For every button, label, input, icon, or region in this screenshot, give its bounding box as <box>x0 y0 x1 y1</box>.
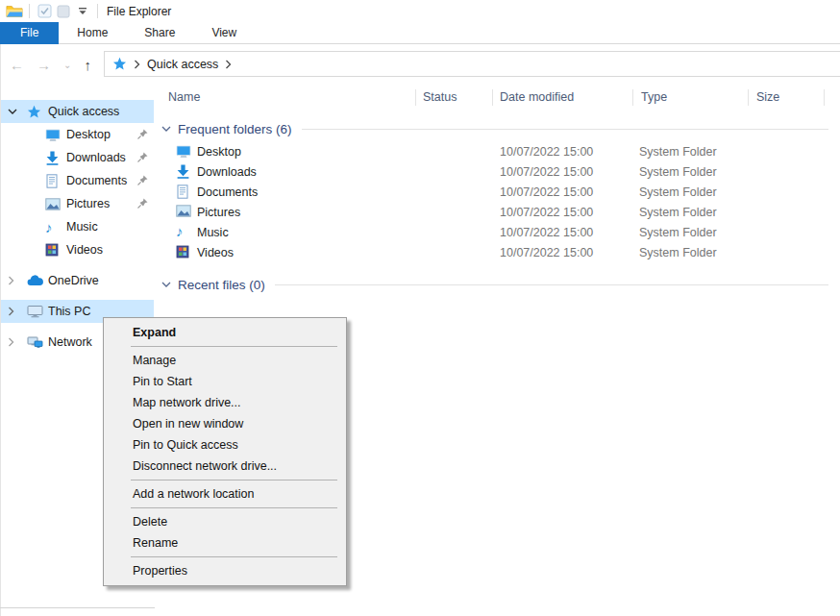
file-name: Videos <box>197 246 234 259</box>
file-name: Downloads <box>197 165 257 179</box>
downloads-arrow-icon <box>176 164 190 182</box>
music-note-icon: ♪ <box>45 219 53 235</box>
column-divider[interactable] <box>492 89 493 106</box>
sidebar-item-videos[interactable]: Videos <box>0 238 154 261</box>
file-date-modified: 10/07/2022 15:00 <box>500 145 593 159</box>
column-header-type[interactable]: Type <box>641 90 667 104</box>
status-bar-edge <box>0 607 155 608</box>
film-strip-icon <box>176 245 189 261</box>
sidebar-item-label: Network <box>48 335 92 349</box>
sidebar-item-downloads[interactable]: Downloads <box>0 146 154 169</box>
tab-file[interactable]: File <box>0 22 59 44</box>
chevron-right-icon[interactable] <box>8 337 19 347</box>
menu-item-disconnect-network-drive[interactable]: Disconnect network drive... <box>104 456 346 477</box>
menu-item-expand[interactable]: Expand <box>104 322 346 343</box>
new-folder-icon[interactable] <box>54 2 73 21</box>
chevron-down-icon[interactable] <box>8 108 19 115</box>
sidebar-item-quick-access[interactable]: Quick access <box>0 100 154 123</box>
file-type: System Folder <box>639 185 717 199</box>
address-bar[interactable]: Quick access <box>104 51 840 77</box>
column-header-name[interactable]: Name <box>168 90 200 104</box>
column-header-date-modified[interactable]: Date modified <box>500 90 574 104</box>
file-type: System Folder <box>639 145 717 159</box>
column-divider[interactable] <box>415 89 416 106</box>
file-date-modified: 10/07/2022 15:00 <box>500 226 593 239</box>
file-type: System Folder <box>639 165 717 179</box>
ribbon-tab-bar: File Home Share View <box>0 22 840 44</box>
sidebar-item-label: This PC <box>48 305 90 318</box>
sidebar-item-label: Videos <box>66 243 103 257</box>
document-icon <box>176 185 189 202</box>
file-date-modified: 10/07/2022 15:00 <box>500 165 593 179</box>
navigation-bar: ← → ⌄ ↑ Quick access <box>0 44 840 85</box>
tab-view[interactable]: View <box>193 22 255 44</box>
group-rule <box>275 284 828 285</box>
sidebar-item-music[interactable]: ♪ Music <box>0 215 154 238</box>
qat-dropdown-caret-icon[interactable] <box>73 2 92 21</box>
this-pc-context-menu: Expand Manage Pin to Start Map network d… <box>103 317 347 586</box>
window-left-border <box>0 44 1 616</box>
sidebar-item-pictures[interactable]: Pictures <box>0 192 154 215</box>
group-header-frequent-folders[interactable]: Frequent folders (6) <box>161 119 828 138</box>
onedrive-cloud-icon <box>27 275 43 286</box>
file-type: System Folder <box>639 206 717 219</box>
sidebar-item-label: Quick access <box>48 105 119 118</box>
menu-item-manage[interactable]: Manage <box>104 350 346 371</box>
file-type: System Folder <box>639 246 717 259</box>
quick-access-star-icon <box>27 105 41 119</box>
chevron-down-icon[interactable] <box>161 125 171 133</box>
breadcrumb-chevron-icon[interactable] <box>225 60 232 69</box>
chevron-right-icon[interactable] <box>8 307 19 316</box>
menu-item-rename[interactable]: Rename <box>104 532 346 554</box>
column-divider[interactable] <box>748 89 749 106</box>
recent-locations-caret-icon[interactable]: ⌄ <box>63 60 71 70</box>
tab-share[interactable]: Share <box>126 22 193 44</box>
chevron-down-icon[interactable] <box>161 281 171 288</box>
back-arrow-icon[interactable]: ← <box>10 57 24 73</box>
file-row-downloads[interactable]: Downloads 10/07/2022 15:00 System Folder <box>154 162 840 183</box>
sidebar-item-label: OneDrive <box>48 274 99 287</box>
picture-icon <box>45 198 61 210</box>
menu-separator <box>131 507 337 508</box>
menu-item-open-in-new-window[interactable]: Open in new window <box>104 413 346 434</box>
chevron-right-icon[interactable] <box>8 276 19 285</box>
column-header-status[interactable]: Status <box>423 90 457 104</box>
file-row-documents[interactable]: Documents 10/07/2022 15:00 System Folder <box>154 183 840 203</box>
breadcrumb-location[interactable]: Quick access <box>147 58 218 71</box>
menu-separator <box>131 556 337 557</box>
pin-icon <box>137 129 148 142</box>
file-row-pictures[interactable]: Pictures 10/07/2022 15:00 System Folder <box>154 203 840 223</box>
file-name: Documents <box>197 185 258 199</box>
titlebar-separator <box>97 4 98 18</box>
up-arrow-icon[interactable]: ↑ <box>84 57 91 73</box>
sidebar-item-label: Desktop <box>66 128 111 141</box>
menu-item-add-a-network-location[interactable]: Add a network location <box>104 483 346 505</box>
group-header-recent-files[interactable]: Recent files (0) <box>161 275 828 294</box>
column-divider[interactable] <box>824 89 825 106</box>
desktop-icon <box>45 128 61 142</box>
breadcrumb-chevron-icon[interactable] <box>134 60 140 69</box>
file-row-music[interactable]: ♪ Music 10/07/2022 15:00 System Folder <box>154 223 840 243</box>
forward-arrow-icon[interactable]: → <box>37 57 51 73</box>
sidebar-item-label: Pictures <box>66 197 110 210</box>
file-row-desktop[interactable]: Desktop 10/07/2022 15:00 System Folder <box>154 142 840 162</box>
menu-item-delete[interactable]: Delete <box>104 511 346 532</box>
sidebar-item-label: Documents <box>66 174 127 187</box>
menu-item-pin-to-quick-access[interactable]: Pin to Quick access <box>104 434 346 456</box>
column-headers: Name Status Date modified Type Size <box>154 85 840 111</box>
menu-item-pin-to-start[interactable]: Pin to Start <box>104 371 346 392</box>
tab-home[interactable]: Home <box>59 22 126 44</box>
properties-check-icon[interactable] <box>35 2 54 21</box>
picture-icon <box>176 205 191 220</box>
sidebar-item-onedrive[interactable]: OneDrive <box>0 269 154 292</box>
file-date-modified: 10/07/2022 15:00 <box>500 246 593 259</box>
file-row-videos[interactable]: Videos 10/07/2022 15:00 System Folder <box>154 243 840 263</box>
pin-icon <box>137 152 148 165</box>
menu-item-map-network-drive[interactable]: Map network drive... <box>104 392 346 413</box>
sidebar-item-label: Music <box>66 220 98 234</box>
sidebar-item-documents[interactable]: Documents <box>0 169 154 192</box>
column-divider[interactable] <box>632 89 633 106</box>
menu-item-properties[interactable]: Properties <box>104 560 346 581</box>
sidebar-item-desktop[interactable]: Desktop <box>0 123 154 146</box>
column-header-size[interactable]: Size <box>756 90 779 104</box>
